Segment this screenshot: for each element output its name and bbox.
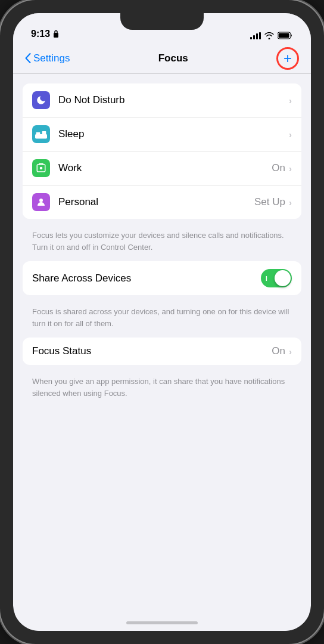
work-row[interactable]: Work On ›: [23, 151, 301, 185]
do-not-disturb-icon: [32, 91, 50, 109]
do-not-disturb-chevron: ›: [289, 95, 292, 106]
focus-status-description: When you give an app permission, it can …: [23, 370, 301, 407]
personal-icon: [36, 197, 46, 208]
share-across-devices-card: Share Across Devices I: [23, 261, 301, 295]
svg-rect-4: [36, 132, 40, 135]
time-display: 9:13: [31, 29, 50, 39]
wifi-icon: [264, 32, 274, 39]
svg-rect-0: [54, 33, 58, 38]
svg-point-8: [39, 199, 43, 202]
home-bar: [126, 621, 198, 624]
moon-icon: [36, 95, 46, 106]
phone-screen: 9:13: [13, 13, 311, 631]
share-across-devices-description: Focus is shared across your devices, and…: [23, 300, 301, 338]
svg-rect-2: [279, 33, 289, 38]
work-label: Work: [58, 162, 272, 174]
notch: [120, 13, 204, 30]
work-chevron: ›: [289, 163, 292, 174]
signal-bars-icon: [250, 32, 261, 39]
signal-bar-1: [250, 37, 252, 39]
work-status: On: [272, 162, 285, 174]
work-icon: [36, 163, 46, 174]
focus-status-value: On: [272, 345, 285, 357]
svg-point-7: [40, 167, 43, 170]
back-chevron-icon: [25, 53, 31, 63]
sleep-icon: [35, 129, 47, 139]
status-icons: [250, 32, 293, 39]
signal-bar-2: [253, 35, 255, 39]
personal-label: Personal: [58, 196, 254, 208]
work-icon-container: [32, 159, 50, 177]
sleep-label: Sleep: [58, 128, 289, 140]
do-not-disturb-label: Do Not Disturb: [58, 94, 289, 106]
share-across-devices-label: Share Across Devices: [32, 273, 261, 284]
sleep-icon-container: [32, 125, 50, 143]
add-icon: +: [284, 51, 292, 66]
svg-rect-5: [42, 131, 46, 135]
back-button[interactable]: Settings: [25, 52, 70, 64]
status-time: 9:13: [31, 29, 60, 39]
nav-bar: Settings Focus +: [13, 43, 311, 74]
personal-icon-container: [32, 193, 50, 211]
signal-bar-4: [259, 32, 261, 39]
back-label: Settings: [33, 52, 70, 64]
focus-items-card: Do Not Disturb › Sleep ›: [23, 83, 301, 219]
focus-status-row[interactable]: Focus Status On ›: [23, 338, 301, 365]
toggle-on-label: I: [266, 275, 267, 281]
add-focus-button[interactable]: +: [276, 47, 299, 70]
lock-status-icon: [52, 30, 60, 38]
sleep-row[interactable]: Sleep ›: [23, 117, 301, 151]
personal-status: Set Up: [254, 196, 285, 208]
focus-description: Focus lets you customize your devices an…: [23, 224, 301, 261]
signal-bar-3: [256, 33, 258, 39]
personal-row[interactable]: Personal Set Up ›: [23, 185, 301, 219]
focus-status-card: Focus Status On ›: [23, 338, 301, 365]
phone-frame: 9:13: [0, 0, 324, 644]
focus-status-chevron: ›: [289, 346, 292, 357]
toggle-knob: [275, 270, 291, 286]
battery-icon: [278, 32, 293, 39]
share-across-devices-row: Share Across Devices I: [23, 261, 301, 295]
share-across-devices-toggle[interactable]: I: [261, 269, 292, 287]
do-not-disturb-row[interactable]: Do Not Disturb ›: [23, 83, 301, 117]
personal-chevron: ›: [289, 197, 292, 208]
page-title: Focus: [158, 52, 188, 64]
focus-status-label: Focus Status: [32, 345, 272, 357]
content-area: Do Not Disturb › Sleep ›: [13, 74, 311, 614]
sleep-chevron: ›: [289, 129, 292, 140]
home-indicator: [13, 614, 311, 631]
